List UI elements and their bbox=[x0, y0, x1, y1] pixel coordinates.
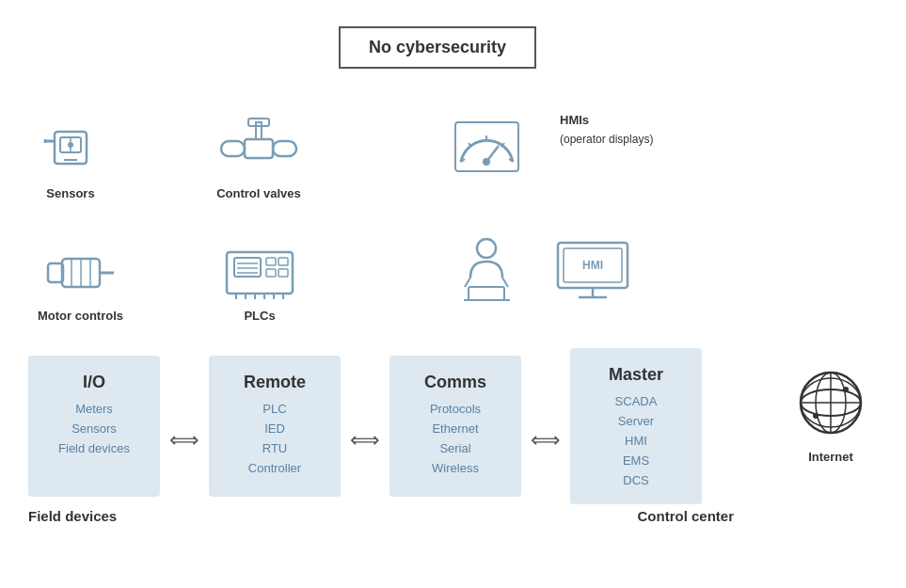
remote-item-1: IED bbox=[264, 421, 285, 436]
svg-rect-25 bbox=[266, 269, 276, 277]
svg-rect-7 bbox=[245, 139, 273, 158]
internet-area: Internet bbox=[793, 367, 868, 464]
master-box: Master SCADA Server HMI EMS DCS bbox=[570, 348, 702, 504]
sensors-label: Sensors bbox=[46, 186, 94, 200]
plc-icon bbox=[217, 245, 302, 301]
remote-item-2: RTU bbox=[262, 441, 287, 455]
master-item-0: SCADA bbox=[615, 394, 658, 408]
no-cyber-label: No cybersecurity bbox=[369, 38, 506, 56]
svg-line-43 bbox=[502, 278, 508, 287]
sensor-icon-item: Sensors bbox=[38, 113, 103, 200]
sensor-icon bbox=[38, 113, 103, 179]
control-valves-label: Control valves bbox=[216, 186, 301, 200]
hmi-person-row: HMI bbox=[452, 235, 635, 306]
svg-rect-44 bbox=[469, 287, 504, 300]
page: No cybersecurity Sensors bbox=[0, 0, 906, 588]
motor-control-icon-item: Motor controls bbox=[38, 245, 123, 323]
hmi-gauge-icon-item bbox=[452, 113, 522, 174]
master-item-3: EMS bbox=[623, 453, 649, 468]
comms-item-1: Ethernet bbox=[432, 421, 478, 436]
arrow-2: ⟺ bbox=[350, 428, 380, 453]
bottom-labels: Field devices Control center bbox=[28, 508, 734, 524]
internet-label: Internet bbox=[808, 450, 853, 464]
comms-box-title: Comms bbox=[424, 373, 486, 392]
svg-rect-9 bbox=[273, 141, 296, 156]
hmi-gauge-icon bbox=[452, 113, 522, 174]
master-item-1: Server bbox=[618, 414, 654, 428]
svg-line-42 bbox=[465, 278, 470, 287]
icons-row2: Motor controls bbox=[38, 245, 302, 323]
hmi-monitor-icon: HMI bbox=[550, 235, 635, 306]
internet-globe-icon bbox=[793, 367, 868, 442]
svg-rect-8 bbox=[221, 141, 245, 156]
hmi-monitor-item: HMI bbox=[550, 235, 635, 306]
remote-item-0: PLC bbox=[262, 402, 286, 416]
comms-item-0: Protocols bbox=[430, 402, 481, 416]
icons-row1: Sensors Control valves bbox=[38, 113, 301, 200]
hmi-subtitle: (operator displays) bbox=[560, 133, 653, 146]
comms-item-2: Serial bbox=[439, 441, 470, 455]
comms-box: Comms Protocols Ethernet Serial Wireless bbox=[389, 356, 521, 497]
io-item-0: Meters bbox=[75, 402, 113, 416]
plc-icon-item: PLCs bbox=[217, 245, 302, 323]
svg-rect-24 bbox=[278, 258, 288, 265]
master-box-title: Master bbox=[609, 365, 663, 385]
remote-item-3: Controller bbox=[248, 461, 301, 475]
hmi-title: HMIs bbox=[560, 113, 653, 127]
motor-control-icon bbox=[43, 245, 119, 301]
arrow-1: ⟺ bbox=[169, 428, 199, 453]
svg-point-41 bbox=[477, 239, 496, 258]
remote-box: Remote PLC IED RTU Controller bbox=[209, 356, 341, 497]
plcs-label: PLCs bbox=[244, 309, 275, 323]
arrow-3: ⟺ bbox=[531, 428, 561, 453]
io-box: I/O Meters Sensors Field devices bbox=[28, 356, 160, 497]
io-box-title: I/O bbox=[83, 373, 105, 392]
field-devices-label: Field devices bbox=[28, 508, 117, 524]
person-laptop-icon bbox=[452, 235, 522, 306]
comms-item-3: Wireless bbox=[432, 461, 479, 475]
svg-text:HMI: HMI bbox=[582, 259, 603, 272]
master-item-4: DCS bbox=[623, 473, 648, 487]
svg-rect-13 bbox=[48, 263, 63, 282]
hmi-labels: HMIs (operator displays) bbox=[560, 113, 653, 146]
svg-point-57 bbox=[813, 413, 819, 419]
svg-point-3 bbox=[68, 142, 73, 148]
svg-point-58 bbox=[843, 387, 849, 392]
control-center-label: Control center bbox=[637, 508, 734, 524]
master-item-2: HMI bbox=[625, 434, 647, 448]
svg-point-39 bbox=[483, 158, 490, 166]
svg-rect-26 bbox=[278, 269, 288, 277]
no-cyber-box: No cybersecurity bbox=[339, 26, 536, 69]
motor-controls-label: Motor controls bbox=[38, 309, 123, 323]
io-item-1: Sensors bbox=[72, 421, 117, 436]
svg-rect-19 bbox=[234, 258, 261, 277]
svg-rect-23 bbox=[266, 258, 276, 265]
control-valve-icon-item: Control valves bbox=[216, 113, 301, 200]
remote-box-title: Remote bbox=[244, 373, 306, 392]
io-item-2: Field devices bbox=[58, 441, 130, 455]
hmi-area: HMIs (operator displays) bbox=[452, 113, 653, 174]
control-valve-icon bbox=[216, 113, 301, 179]
svg-rect-10 bbox=[256, 122, 262, 139]
boxes-row: I/O Meters Sensors Field devices ⟺ Remot… bbox=[28, 348, 702, 504]
